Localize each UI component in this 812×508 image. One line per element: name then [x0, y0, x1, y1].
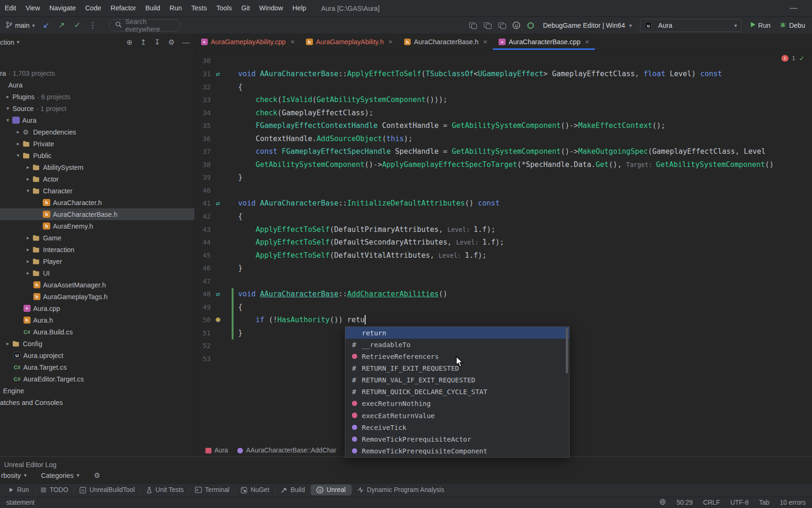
git-push-icon[interactable]: ↗: [54, 21, 70, 30]
code-line[interactable]: 46}: [195, 262, 812, 275]
tree-row[interactable]: C#Aura.Target.cs: [0, 361, 195, 373]
code-line[interactable]: 32{: [195, 80, 812, 94]
line-number[interactable]: 30: [195, 57, 211, 64]
completion-item[interactable]: #RETURN_QUICK_DECLARE_CYCLE_STAT: [345, 386, 569, 398]
tree-row[interactable]: hAuraCharacterBase.h: [0, 208, 195, 220]
chevron-right-icon[interactable]: ▸: [23, 235, 33, 241]
line-number[interactable]: 49: [195, 303, 211, 311]
menu-item-git[interactable]: Git: [236, 0, 254, 16]
line-number[interactable]: 40: [195, 187, 211, 194]
tree-row[interactable]: +Aura.cpp: [0, 302, 195, 314]
git-update-icon[interactable]: ↙: [39, 21, 54, 30]
chevron-right-icon[interactable]: ▸: [23, 176, 33, 182]
line-number[interactable]: 53: [195, 355, 211, 363]
chevron-right-icon[interactable]: ▸: [3, 94, 13, 100]
line-number[interactable]: 44: [195, 238, 211, 246]
file-encoding[interactable]: UTF-8: [730, 499, 749, 506]
code-line[interactable]: 47: [195, 275, 812, 288]
settings-gear-icon[interactable]: ⚙: [168, 38, 175, 47]
locate-file-icon[interactable]: ⊕: [126, 38, 133, 47]
line-number[interactable]: 45: [195, 252, 211, 259]
code-line[interactable]: 35 FGameplayEffectContextHandle ContextH…: [195, 119, 812, 132]
line-number[interactable]: 43: [195, 226, 211, 233]
tree-row[interactable]: atches and Consoles: [0, 397, 195, 408]
chevron-right-icon[interactable]: ▸: [23, 246, 33, 253]
menu-item-window[interactable]: Window: [255, 0, 288, 16]
menu-item-tests[interactable]: Tests: [187, 0, 211, 16]
line-number[interactable]: 50: [195, 316, 211, 324]
hide-panel-icon[interactable]: —: [182, 38, 189, 47]
line-number[interactable]: 31: [195, 70, 211, 78]
completion-item[interactable]: RemoveTickPrerequisiteActor: [345, 433, 569, 445]
line-number[interactable]: 35: [195, 122, 211, 129]
chevron-down-icon[interactable]: ▾: [23, 188, 33, 194]
tree-row[interactable]: ▸AbilitySystem: [0, 161, 195, 173]
tool-window-button-dynamic-program-analysis[interactable]: Dynamic Program Analysis: [351, 484, 450, 497]
line-number[interactable]: 39: [195, 174, 211, 181]
close-icon[interactable]: ×: [585, 38, 589, 46]
tree-row[interactable]: Engine: [0, 385, 195, 397]
code-line[interactable]: 34 check(GameplayEffectClass);: [195, 106, 812, 119]
tool-window-button-build[interactable]: Build: [275, 484, 311, 497]
line-number[interactable]: 41: [195, 199, 211, 207]
toolbar-extra-icon[interactable]: [484, 22, 492, 30]
menu-item-code[interactable]: Code: [80, 0, 106, 16]
close-icon[interactable]: ×: [483, 38, 487, 46]
solution-select[interactable]: u Aura ▾: [640, 19, 742, 32]
line-number[interactable]: 36: [195, 135, 211, 143]
line-number[interactable]: 37: [195, 148, 211, 155]
tree-row[interactable]: ▾Aura: [0, 114, 195, 126]
code-line[interactable]: 48⇄void AAuraCharacterBase::AddCharacter…: [195, 288, 812, 301]
line-number[interactable]: 38: [195, 161, 211, 168]
code-line[interactable]: 31⇄void AAuraCharacterBase::ApplyEffectT…: [195, 67, 812, 80]
tree-row[interactable]: ▾Source· 1 project: [0, 103, 195, 114]
tool-window-button-run[interactable]: Run: [2, 484, 34, 497]
tree-row[interactable]: hAura.h: [0, 314, 195, 326]
tree-row[interactable]: ▾Character: [0, 185, 195, 197]
tree-row[interactable]: UAura.uproject: [0, 349, 195, 361]
explorer-view-label[interactable]: ction: [0, 39, 14, 46]
git-commit-icon[interactable]: ✓: [70, 21, 85, 30]
chevron-right-icon[interactable]: ▸: [14, 141, 23, 147]
code-line[interactable]: 40: [195, 184, 812, 197]
line-number[interactable]: 52: [195, 342, 211, 349]
completion-item[interactable]: return: [345, 327, 569, 339]
tree-row[interactable]: ▸Config: [0, 338, 195, 349]
code-line[interactable]: 49{: [195, 301, 812, 314]
inspections-widget[interactable]: ! 1 ✓: [781, 55, 804, 62]
menu-item-refactor[interactable]: Refactor: [106, 0, 141, 16]
completion-item[interactable]: RemoveTickPrerequisiteComponent: [345, 445, 569, 457]
code-line[interactable]: 36 ContextHandle.AddSourceObject(this);: [195, 132, 812, 145]
minimize-button[interactable]: —: [789, 0, 797, 16]
tree-row[interactable]: ▸Private: [0, 138, 195, 150]
completion-item[interactable]: ReceiveTick: [345, 421, 569, 433]
implementations-icon[interactable]: ⇄: [216, 199, 220, 207]
menu-item-navigate[interactable]: Navigate: [45, 0, 80, 16]
line-number[interactable]: 32: [195, 83, 211, 91]
problems-count[interactable]: 10 errors: [780, 499, 805, 506]
code-line[interactable]: 39}: [195, 171, 812, 184]
menu-item-tools[interactable]: Tools: [211, 0, 236, 16]
chevron-right-icon[interactable]: ▸: [14, 129, 23, 135]
code-line[interactable]: 30: [195, 55, 812, 68]
code-line[interactable]: 37 const FGameplayEffectSpecHandle SpecH…: [195, 145, 812, 159]
log-settings-gear-icon[interactable]: ⚙: [94, 471, 101, 480]
tree-row[interactable]: ▸⚙Dependencies: [0, 126, 195, 138]
tree-row[interactable]: ▾Public: [0, 150, 195, 161]
implementations-icon[interactable]: ⇄: [216, 290, 220, 298]
menu-item-edit[interactable]: Edit: [0, 0, 21, 16]
tree-row[interactable]: ▸Player: [0, 255, 195, 267]
completion-item[interactable]: #RETURN_VAL_IF_EXIT_REQUESTED: [345, 374, 569, 386]
code-line[interactable]: 45 ApplyEffectToSelf(DefaultVitalAttribu…: [195, 249, 812, 262]
tree-row[interactable]: hAuraGameplayTags.h: [0, 291, 195, 302]
code-line[interactable]: 42{: [195, 210, 812, 223]
menu-item-help[interactable]: Help: [288, 0, 311, 16]
code-line[interactable]: 33 check(IsValid(GetAbilitySystemCompone…: [195, 93, 812, 106]
code-line[interactable]: 44 ApplyEffectToSelf(DefaultSecondaryAtt…: [195, 236, 812, 249]
tree-row[interactable]: Aura: [0, 79, 195, 91]
tool-window-button-unrealbuildtool[interactable]: uUnrealBuildTool: [74, 484, 141, 497]
toolbar-extra-icon[interactable]: [469, 22, 477, 30]
line-number[interactable]: 51: [195, 329, 211, 337]
chevron-right-icon[interactable]: ▸: [23, 258, 33, 264]
chevron-right-icon[interactable]: ▸: [3, 341, 13, 347]
